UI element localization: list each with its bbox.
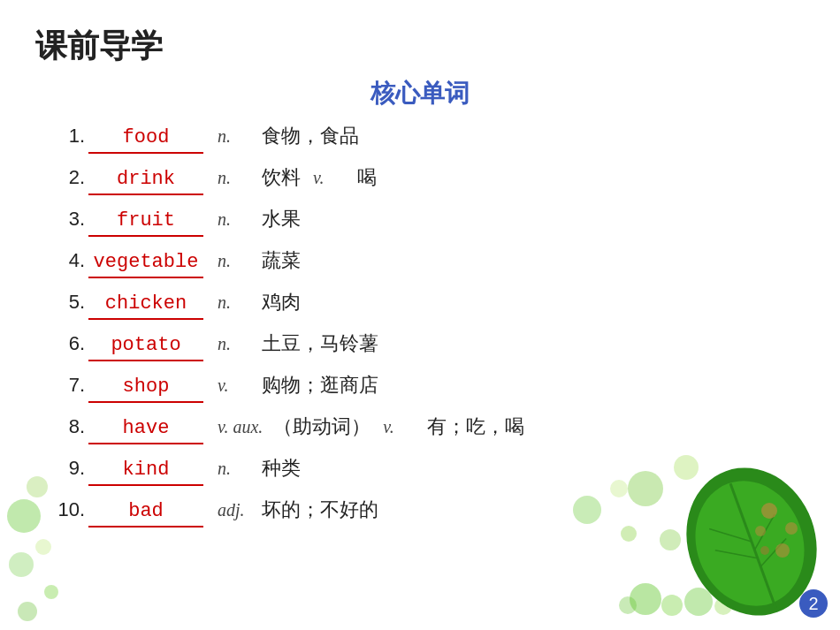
vocab-meaning: 食物，食品 <box>262 121 359 150</box>
vocab-num: 9. <box>53 453 85 482</box>
vocab-row: 9.kindn.种类 <box>53 453 840 486</box>
svg-line-10 <box>715 537 758 571</box>
vocab-row: 5.chickenn.鸡肉 <box>53 287 840 320</box>
vocab-word: potato <box>88 330 203 361</box>
vocab-pos: n. <box>218 123 251 149</box>
vocab-meaning: 土豆，马铃薯 <box>262 329 378 358</box>
vocab-word: kind <box>88 455 203 486</box>
vocab-pos2: v. <box>313 164 347 191</box>
vocab-row: 7.shopv.购物；逛商店 <box>53 370 840 403</box>
vocab-num: 5. <box>53 287 85 316</box>
vocab-pos: n. <box>218 164 251 191</box>
vocab-meaning: 蔬菜 <box>262 246 301 275</box>
vocab-pos: adj. <box>218 497 251 523</box>
svg-point-0 <box>630 583 661 615</box>
vocab-row: 3.fruitn.水果 <box>53 204 840 237</box>
vocab-word: fruit <box>88 206 203 237</box>
vocab-num: 4. <box>53 246 85 275</box>
vocab-row: 10.badadj.坏的；不好的 <box>53 495 840 528</box>
vocab-row: 8.havev. aux.（助动词）v.有；吃，喝 <box>53 412 840 444</box>
vocab-num: 7. <box>53 370 85 399</box>
vocab-row: 6.potaton.土豆，马铃薯 <box>53 329 840 361</box>
vocab-num: 10. <box>53 495 85 524</box>
vocab-row: 1.foodn.食物，食品 <box>53 121 840 154</box>
svg-point-16 <box>760 546 769 555</box>
vocab-meaning: 种类 <box>262 453 301 482</box>
vocab-num: 3. <box>53 204 85 233</box>
svg-point-15 <box>775 543 790 558</box>
vocab-row: 4.vegetablen.蔬菜 <box>53 246 840 278</box>
vocab-meaning: 饮料 <box>262 163 301 192</box>
svg-point-3 <box>714 597 732 615</box>
vocab-word: vegetable <box>88 247 203 278</box>
vocab-pos: n. <box>218 247 251 274</box>
vocab-row: 2.drinkn.饮料v.喝 <box>53 163 840 195</box>
vocab-meaning2: 喝 <box>357 163 377 192</box>
vocab-list: 1.foodn.食物，食品2.drinkn.饮料v.喝3.fruitn.水果4.… <box>0 121 840 528</box>
svg-point-1 <box>661 595 683 616</box>
vocab-word: food <box>88 123 203 154</box>
vocab-pos: n. <box>218 455 251 482</box>
page-title: 课前导学 <box>0 0 840 77</box>
vocab-meaning: （助动词） <box>273 412 370 441</box>
section-title: 核心单词 <box>0 77 840 110</box>
svg-point-4 <box>619 596 637 614</box>
page-number: 2 <box>799 589 828 618</box>
vocab-num: 6. <box>53 329 85 358</box>
svg-line-11 <box>754 538 792 566</box>
vocab-word: shop <box>88 372 203 403</box>
vocab-meaning2: 有；吃，喝 <box>427 412 524 441</box>
vocab-meaning: 购物；逛商店 <box>262 370 378 399</box>
vocab-pos: n. <box>218 330 251 357</box>
vocab-num: 1. <box>53 121 85 150</box>
vocab-pos2: v. <box>383 414 416 440</box>
vocab-meaning: 鸡肉 <box>262 287 301 316</box>
vocab-pos: n. <box>218 206 251 232</box>
vocab-num: 8. <box>53 412 85 441</box>
vocab-meaning: 水果 <box>262 204 301 233</box>
vocab-word: chicken <box>88 289 203 320</box>
vocab-pos: n. <box>218 289 251 315</box>
vocab-word: bad <box>88 497 203 528</box>
vocab-word: drink <box>88 164 203 195</box>
vocab-pos: v. <box>218 372 251 398</box>
vocab-num: 2. <box>53 163 85 192</box>
vocab-word: have <box>88 414 203 444</box>
vocab-pos: v. aux. <box>218 414 263 440</box>
svg-point-2 <box>684 588 713 616</box>
vocab-meaning: 坏的；不好的 <box>262 495 378 524</box>
